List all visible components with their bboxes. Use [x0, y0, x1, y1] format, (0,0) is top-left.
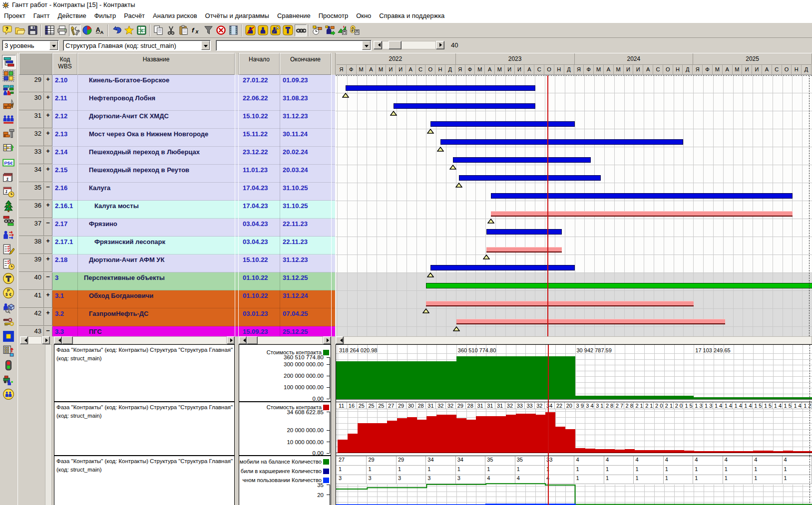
cell-name[interactable]: Нефтепровод Лобня — [89, 93, 234, 102]
header-code-wbs[interactable]: КодWBS — [52, 53, 77, 75]
row-number-cell[interactable]: 32 — [19, 129, 44, 146]
cell-start[interactable]: 03.04.23 — [243, 219, 278, 228]
row-number-cell[interactable]: 33 — [19, 147, 44, 164]
cell-start[interactable]: 15.10.22 — [243, 111, 278, 120]
row-number-cell[interactable]: 42 — [19, 308, 44, 326]
cell-finish[interactable]: 31.12.23 — [283, 255, 329, 263]
gantt-scrollbar-left-button[interactable] — [336, 336, 344, 344]
collapse-toggle[interactable]: − — [44, 326, 52, 336]
calendar-view-button[interactable]: 1 — [2, 171, 16, 185]
stop-button[interactable] — [215, 24, 227, 36]
cell-name[interactable]: Дюртюли-Ачит СК ХМДС — [89, 111, 234, 120]
level-select[interactable]: 3 уровень — [2, 40, 59, 51]
cell-finish[interactable]: 20.02.24 — [283, 147, 329, 156]
pie-chart-button[interactable] — [81, 24, 93, 36]
tools-button[interactable] — [69, 24, 81, 36]
expand-toggle[interactable]: + — [44, 308, 52, 326]
expand-toggle[interactable]: + — [44, 290, 52, 308]
people-view-button[interactable] — [2, 113, 16, 127]
expand-toggle[interactable]: + — [44, 147, 52, 164]
collapse-toggle[interactable]: − — [44, 272, 52, 290]
gantt-bar[interactable] — [346, 85, 535, 91]
wbs-squares-view-button[interactable] — [2, 69, 16, 83]
cell-finish[interactable]: 25.12.25 — [283, 327, 329, 335]
cell-name[interactable]: Кинель-Богатое-Борское — [89, 75, 234, 84]
cell-finish[interactable]: 07.04.25 — [283, 309, 329, 317]
cell-start[interactable]: 03.01.23 — [243, 309, 278, 317]
gantt-scrollbar-track[interactable] — [344, 336, 812, 344]
menu-item-3[interactable]: Действие — [53, 10, 90, 22]
star-button[interactable] — [123, 24, 135, 36]
bricks-trowel-view-button[interactable] — [2, 98, 16, 112]
cell-name[interactable]: Обход Богдановичи — [89, 291, 234, 299]
dates-scrollbar-thumb[interactable] — [247, 336, 258, 344]
calc-arrow-view-button[interactable] — [2, 344, 16, 358]
row-number-cell[interactable]: 35 — [19, 183, 44, 200]
gantt-bar[interactable] — [486, 247, 562, 252]
cell-name[interactable]: ПГС — [89, 327, 234, 335]
cell-name[interactable]: Пешеходный переход в Люберцах — [89, 147, 234, 156]
expand-toggle[interactable]: + — [44, 75, 52, 92]
traffic-light-view-button[interactable] — [2, 359, 16, 373]
filter-scrollbar-thumb[interactable] — [389, 41, 402, 49]
header-finish[interactable]: Окончание — [280, 53, 331, 75]
cell-finish[interactable]: 31.12.23 — [283, 111, 329, 120]
table-scrollbar-right-button[interactable] — [227, 336, 235, 344]
cell-start[interactable]: 15.09.23 — [243, 327, 278, 335]
row-number-cell[interactable]: 43 — [19, 326, 44, 336]
row-number-cell[interactable]: 38 — [19, 237, 44, 254]
row-number-cell[interactable]: 30 — [19, 93, 44, 110]
filter-button[interactable] — [203, 24, 215, 36]
person-button[interactable] — [257, 24, 269, 36]
cost-table-view-button[interactable] — [2, 142, 16, 156]
person-arrows-view-button[interactable] — [2, 229, 16, 243]
gantt-bar[interactable] — [456, 319, 725, 324]
menu-item-7[interactable]: Отчёты и диаграммы — [201, 10, 273, 22]
cell-code[interactable]: 2.17 — [55, 219, 77, 228]
menu-item-6[interactable]: Анализ рисков — [149, 10, 201, 22]
table-scrollbar-left-button[interactable] — [54, 336, 62, 344]
gantt-bar[interactable] — [459, 175, 601, 181]
links-button[interactable] — [295, 24, 307, 36]
open-folder-button[interactable] — [14, 24, 26, 36]
filter-scroll-left-button[interactable] — [374, 41, 382, 49]
menu-item-2[interactable]: Гантт — [29, 10, 54, 22]
menu-item-9[interactable]: Просмотр — [315, 10, 352, 22]
cell-finish[interactable]: 22.11.23 — [283, 237, 329, 246]
table-button[interactable] — [44, 24, 56, 36]
table-scrollbar-track[interactable] — [62, 336, 227, 344]
extra-select-arrow-icon[interactable] — [362, 41, 371, 50]
menu-item-1[interactable]: Проект — [0, 10, 29, 22]
cell-code[interactable]: 2.16 — [55, 183, 77, 192]
row-number-cell[interactable]: 31 — [19, 111, 44, 128]
paste-button[interactable] — [178, 24, 190, 36]
calendar-clock-view-button[interactable]: 1 — [2, 185, 16, 199]
gantt-bar[interactable] — [486, 229, 562, 235]
no-person-button[interactable] — [245, 24, 257, 36]
gantt-splitter[interactable] — [331, 53, 336, 75]
menu-item-10[interactable]: Окно — [352, 10, 375, 22]
structure-select-arrow-icon[interactable] — [201, 41, 210, 50]
expand-toggle[interactable]: + — [44, 254, 52, 272]
expand-toggle[interactable]: + — [44, 129, 52, 146]
money-circle-view-button[interactable]: P$€ — [2, 286, 16, 300]
row-number-cell[interactable]: 39 — [19, 254, 44, 272]
cell-start[interactable]: 15.10.22 — [243, 255, 278, 263]
row-number-cell[interactable]: 29 — [19, 75, 44, 92]
checklist-pencil-view-button[interactable] — [2, 243, 16, 257]
expand-toggle[interactable]: + — [44, 201, 52, 218]
row-number-cell[interactable]: 34 — [19, 165, 44, 182]
structure-select[interactable]: Структура Главная (код: struct_main) — [63, 40, 211, 51]
gantt-bar[interactable] — [430, 265, 574, 270]
cell-code[interactable]: 2.10 — [55, 75, 77, 84]
cell-start[interactable]: 11.01.23 — [243, 165, 278, 174]
film-button[interactable] — [228, 24, 240, 36]
rownum-scrollbar-track[interactable] — [28, 336, 42, 344]
gantt-bar[interactable] — [440, 139, 683, 145]
row-number-cell[interactable]: 40 — [19, 272, 44, 290]
print-button[interactable] — [56, 24, 68, 36]
cell-start[interactable]: 03.04.23 — [243, 237, 278, 246]
fonts-button[interactable]: AA — [94, 24, 106, 36]
cell-start[interactable]: 01.10.22 — [243, 291, 278, 299]
cell-start[interactable]: 01.10.22 — [243, 273, 278, 281]
